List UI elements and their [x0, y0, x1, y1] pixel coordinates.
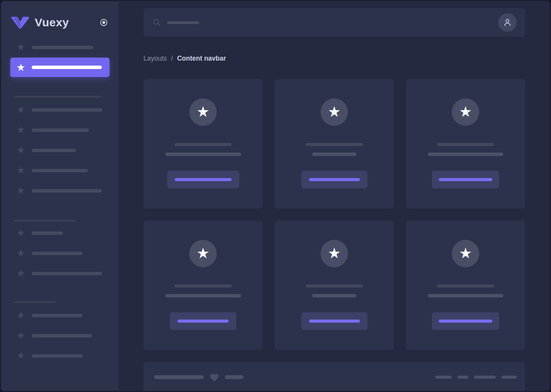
menu-label-placeholder [32, 169, 88, 172]
sidebar-menu-item[interactable]: ★ [10, 248, 110, 258]
sidebar-menu-item[interactable]: ★ [10, 228, 110, 238]
star-icon: ★ [16, 125, 26, 135]
footer-text-placeholder [154, 375, 204, 379]
person-icon [503, 18, 512, 27]
star-icon: ★ [197, 104, 209, 119]
brand-name: Vuexy [35, 16, 100, 29]
star-icon: ★ [328, 246, 341, 260]
footer-link-placeholder[interactable] [458, 376, 468, 379]
card-action-button[interactable] [301, 312, 367, 330]
button-label-placeholder [309, 178, 360, 181]
sidebar-menu: ★ ★ ★ ★ ★ ★ [1, 42, 119, 361]
star-icon: ★ [16, 228, 26, 238]
footer-links [435, 372, 517, 382]
card-action-button[interactable] [301, 171, 367, 188]
menu-label-placeholder [32, 149, 76, 152]
card-subtitle-placeholder [165, 294, 241, 297]
top-navbar [143, 8, 525, 37]
menu-label-placeholder [32, 46, 93, 49]
demo-card: ★ [143, 220, 263, 350]
star-icon: ★ [16, 105, 26, 115]
menu-label-placeholder [32, 334, 92, 337]
card-title-placeholder [437, 284, 494, 288]
sidebar-menu-item[interactable]: ★ [10, 105, 110, 115]
heart-icon [209, 373, 219, 382]
menu-label-placeholder [32, 66, 102, 69]
sidebar-menu-item[interactable]: ★ [10, 186, 110, 196]
star-badge: ★ [189, 240, 217, 267]
star-icon: ★ [16, 331, 26, 341]
sidebar-menu-item[interactable]: ★ [10, 331, 110, 341]
star-icon: ★ [459, 246, 472, 260]
sidebar-header: Vuexy [1, 16, 119, 29]
star-icon: ★ [197, 246, 209, 260]
card-action-button[interactable] [432, 312, 499, 330]
card-grid: ★ ★ ★ [143, 79, 525, 350]
sidebar-menu-item[interactable]: ★ [10, 165, 110, 175]
card-title-placeholder [306, 284, 363, 288]
footer-link-placeholder[interactable] [474, 376, 496, 379]
demo-card: ★ [406, 220, 525, 350]
menu-label-placeholder [32, 314, 82, 317]
breadcrumb-current: Content navbar [177, 55, 226, 62]
menu-label-placeholder [32, 129, 89, 132]
star-icon: ★ [16, 145, 26, 155]
card-action-button[interactable] [432, 171, 499, 188]
star-icon: ★ [328, 104, 341, 119]
demo-card: ★ [406, 79, 525, 209]
sidebar-menu-item[interactable]: ★ [10, 145, 110, 155]
menu-label-placeholder [32, 354, 82, 358]
menu-section-label-placeholder [14, 301, 56, 303]
search-input[interactable] [153, 18, 498, 27]
sidebar-menu-item[interactable]: ★ [10, 42, 110, 52]
breadcrumb-separator: / [171, 55, 173, 62]
star-icon: ★ [16, 310, 26, 320]
button-label-placeholder [309, 320, 360, 323]
vuexy-logo-icon [11, 16, 29, 29]
star-icon: ★ [16, 42, 26, 52]
card-action-button[interactable] [170, 312, 236, 330]
card-subtitle-placeholder [428, 294, 503, 297]
button-label-placeholder [439, 178, 492, 181]
user-avatar[interactable] [498, 13, 517, 32]
menu-label-placeholder [32, 252, 82, 255]
app-window: Vuexy ★ ★ ★ ★ [0, 0, 551, 392]
menu-label-placeholder [32, 231, 63, 235]
star-badge: ★ [452, 98, 479, 126]
sidebar: Vuexy ★ ★ ★ ★ [1, 1, 119, 391]
button-label-placeholder [177, 320, 229, 323]
card-title-placeholder [174, 284, 232, 288]
footer-text-placeholder [225, 375, 243, 379]
star-icon: ★ [16, 165, 26, 175]
search-placeholder-bar [167, 21, 199, 24]
search-icon [153, 18, 161, 27]
footer [143, 362, 525, 391]
star-icon: ★ [459, 104, 472, 119]
star-icon: ★ [16, 351, 26, 361]
breadcrumb-parent[interactable]: Layouts [143, 55, 167, 62]
footer-link-placeholder[interactable] [435, 376, 452, 379]
menu-section-label-placeholder [14, 220, 76, 222]
button-label-placeholder [175, 178, 232, 181]
sidebar-menu-item[interactable]: ★ [10, 310, 110, 320]
star-icon: ★ [16, 186, 26, 196]
sidebar-pin-toggle-radio-icon[interactable] [100, 18, 108, 27]
menu-label-placeholder [32, 189, 102, 193]
card-subtitle-placeholder [165, 153, 241, 156]
sidebar-menu-item-active[interactable]: ★ [10, 58, 110, 77]
star-icon: ★ [16, 268, 26, 278]
sidebar-menu-item[interactable]: ★ [10, 268, 110, 278]
footer-left [154, 372, 243, 382]
star-badge: ★ [189, 98, 217, 126]
card-subtitle-placeholder [312, 294, 356, 297]
sidebar-menu-item[interactable]: ★ [10, 125, 110, 135]
demo-card: ★ [275, 220, 394, 350]
card-subtitle-placeholder [312, 153, 356, 156]
star-icon: ★ [16, 248, 26, 258]
card-title-placeholder [174, 143, 232, 146]
footer-link-placeholder[interactable] [501, 376, 517, 379]
menu-section-label-placeholder [14, 96, 102, 98]
sidebar-menu-item[interactable]: ★ [10, 351, 110, 361]
card-action-button[interactable] [167, 171, 239, 188]
star-badge: ★ [321, 240, 348, 267]
